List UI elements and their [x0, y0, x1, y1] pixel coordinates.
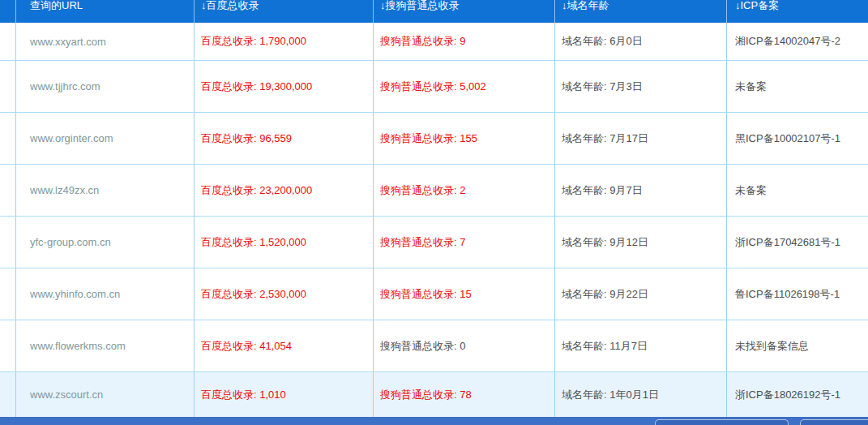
domain-age: 域名年龄: 9月7日: [562, 183, 643, 198]
sogou-index-count: 搜狗普通总收录: 9: [380, 34, 465, 49]
queried-url-cell: yfc-group.com.cn: [16, 217, 195, 268]
column-header-icp-label: ↓ICP备案: [735, 0, 779, 11]
bottom-toolbar-bar: [0, 417, 868, 425]
domain-age: 域名年龄: 11月7日: [562, 339, 648, 354]
domain-age-cell: 域名年龄: 6月0日: [555, 23, 727, 60]
queried-url[interactable]: www.xxyart.com: [30, 36, 106, 48]
queried-url-cell: www.tjjhrc.com: [16, 61, 195, 112]
domain-age-cell: 域名年龄: 9月12日: [555, 217, 727, 268]
sogou-index-count: 搜狗普通总收录: 78: [380, 388, 472, 402]
sogou-index-cell: 搜狗普通总收录: 15: [374, 268, 555, 320]
icp-record: 浙ICP备18026192号-1: [735, 388, 840, 402]
baidu-index-cell: 百度总收录: 96,559: [195, 113, 374, 164]
column-header-sogou-sort[interactable]: ↓搜狗普通总收录: [374, 0, 555, 23]
domain-age: 域名年龄: 1年0月1日: [562, 388, 659, 402]
baidu-index-cell: 百度总收录: 41,054: [195, 320, 374, 371]
icp-record-cell: 未找到备案信息: [727, 320, 868, 371]
queried-url[interactable]: www.yhinfo.com.cn: [30, 288, 120, 300]
baidu-index-cell: 百度总收录: 2,530,000: [195, 268, 374, 320]
table-row: www.xxyart.com 百度总收录: 1,790,000 搜狗普通总收录:…: [0, 23, 868, 61]
sogou-index-cell: 搜狗普通总收录: 0: [374, 320, 555, 371]
domain-age-cell: 域名年龄: 7月17日: [555, 113, 727, 164]
table-row: www.tjjhrc.com 百度总收录: 19,300,000 搜狗普通总收录…: [0, 61, 868, 113]
domain-age-cell: 域名年龄: 9月7日: [555, 165, 727, 216]
icp-record: 未找到备案信息: [735, 339, 809, 354]
baidu-index-count: 百度总收录: 23,200,000: [201, 183, 312, 198]
queried-url-cell: www.lz49zx.cn: [16, 165, 195, 216]
baidu-index-cell: 百度总收录: 19,300,000: [195, 61, 374, 112]
queried-url-cell: www.zscourt.cn: [16, 372, 195, 417]
table-body: www.xxyart.com 百度总收录: 1,790,000 搜狗普通总收录:…: [0, 23, 868, 417]
icp-record: 湘ICP备14002047号-2: [735, 34, 840, 49]
table-row: www.flowerkms.com 百度总收录: 41,054 搜狗普通总收录:…: [0, 320, 868, 372]
column-header-baidu-sort[interactable]: ↓百度总收录: [195, 0, 374, 23]
queried-url[interactable]: www.lz49zx.cn: [30, 184, 99, 196]
baidu-index-cell: 百度总收录: 1,010: [195, 372, 374, 417]
icp-record-cell: 未备案: [727, 165, 868, 216]
table-header-row: 查询的URL ↓百度总收录 ↓搜狗普通总收录 ↓域名年龄 ↓ICP备案: [0, 0, 868, 23]
column-header-sogou-label: ↓搜狗普通总收录: [380, 0, 460, 11]
domain-query-results-screen: 查询的URL ↓百度总收录 ↓搜狗普通总收录 ↓域名年龄 ↓ICP备案 www.…: [0, 0, 868, 425]
baidu-index-cell: 百度总收录: 1,520,000: [195, 217, 374, 268]
queried-url[interactable]: www.flowerkms.com: [30, 340, 126, 352]
table-row: www.orginter.com 百度总收录: 96,559 搜狗普通总收录: …: [0, 113, 868, 165]
queried-url-cell: www.xxyart.com: [16, 23, 195, 60]
domain-age-cell: 域名年龄: 1年0月1日: [555, 372, 727, 417]
sogou-index-cell: 搜狗普通总收录: 9: [374, 23, 555, 60]
baidu-index-cell: 百度总收录: 1,790,000: [195, 23, 374, 60]
icp-record-cell: 黑ICP备10002107号-1: [727, 113, 868, 164]
header-spacer-cell: [0, 0, 16, 23]
row-spacer-cell: [0, 372, 16, 417]
table-row: www.zscourt.cn 百度总收录: 1,010 搜狗普通总收录: 78 …: [0, 372, 868, 417]
baidu-index-count: 百度总收录: 1,790,000: [201, 34, 306, 49]
row-spacer-cell: [0, 23, 16, 60]
icp-record: 未备案: [735, 79, 767, 94]
domain-age-cell: 域名年龄: 9月22日: [555, 268, 727, 320]
queried-url[interactable]: www.orginter.com: [30, 132, 113, 144]
toolbar-button-left[interactable]: [655, 419, 789, 425]
row-spacer-cell: [0, 61, 16, 112]
row-spacer-cell: [0, 217, 16, 268]
row-spacer-cell: [0, 320, 16, 371]
row-spacer-cell: [0, 113, 16, 164]
sogou-index-cell: 搜狗普通总收录: 78: [374, 372, 555, 417]
domain-age: 域名年龄: 6月0日: [562, 34, 643, 49]
baidu-index-count: 百度总收录: 1,010: [201, 388, 286, 402]
sogou-index-count: 搜狗普通总收录: 2: [380, 183, 465, 198]
icp-record-cell: 浙ICP备17042681号-1: [727, 217, 868, 268]
baidu-index-count: 百度总收录: 41,054: [201, 339, 292, 354]
sogou-index-count: 搜狗普通总收录: 0: [380, 339, 465, 354]
queried-url[interactable]: yfc-group.com.cn: [30, 236, 111, 248]
baidu-index-count: 百度总收录: 19,300,000: [201, 79, 312, 94]
domain-age: 域名年龄: 9月22日: [562, 287, 648, 302]
column-header-url-label: 查询的URL: [30, 0, 83, 11]
table-row: yfc-group.com.cn 百度总收录: 1,520,000 搜狗普通总收…: [0, 217, 868, 268]
row-spacer-cell: [0, 268, 16, 320]
column-header-baidu-label: ↓百度总收录: [201, 0, 259, 11]
sogou-index-cell: 搜狗普通总收录: 5,002: [374, 61, 555, 112]
baidu-index-cell: 百度总收录: 23,200,000: [195, 165, 374, 216]
icp-record-cell: 鲁ICP备11026198号-1: [727, 268, 868, 320]
icp-record: 浙ICP备17042681号-1: [735, 235, 840, 250]
icp-record: 未备案: [735, 183, 767, 198]
queried-url-cell: www.yhinfo.com.cn: [16, 268, 195, 320]
icp-record: 黑ICP备10002107号-1: [735, 131, 840, 146]
sogou-index-count: 搜狗普通总收录: 15: [380, 287, 472, 302]
domain-age: 域名年龄: 7月3日: [562, 79, 643, 94]
toolbar-button-right[interactable]: [800, 419, 868, 425]
queried-url[interactable]: www.zscourt.cn: [30, 389, 103, 401]
sogou-index-count: 搜狗普通总收录: 5,002: [380, 79, 486, 94]
column-header-domain-age-sort[interactable]: ↓域名年龄: [555, 0, 727, 23]
queried-url-cell: www.flowerkms.com: [16, 320, 195, 371]
domain-age: 域名年龄: 9月12日: [562, 235, 648, 250]
icp-record-cell: 湘ICP备14002047号-2: [727, 23, 868, 60]
sogou-index-count: 搜狗普通总收录: 7: [380, 235, 465, 250]
domain-age-cell: 域名年龄: 7月3日: [555, 61, 727, 112]
column-header-icp-sort[interactable]: ↓ICP备案: [727, 0, 868, 23]
queried-url[interactable]: www.tjjhrc.com: [30, 80, 100, 92]
sogou-index-cell: 搜狗普通总收录: 2: [374, 165, 555, 216]
icp-record: 鲁ICP备11026198号-1: [735, 287, 840, 302]
baidu-index-count: 百度总收录: 1,520,000: [201, 235, 306, 250]
domain-age: 域名年龄: 7月17日: [562, 131, 648, 146]
table-row: www.lz49zx.cn 百度总收录: 23,200,000 搜狗普通总收录:…: [0, 165, 868, 217]
